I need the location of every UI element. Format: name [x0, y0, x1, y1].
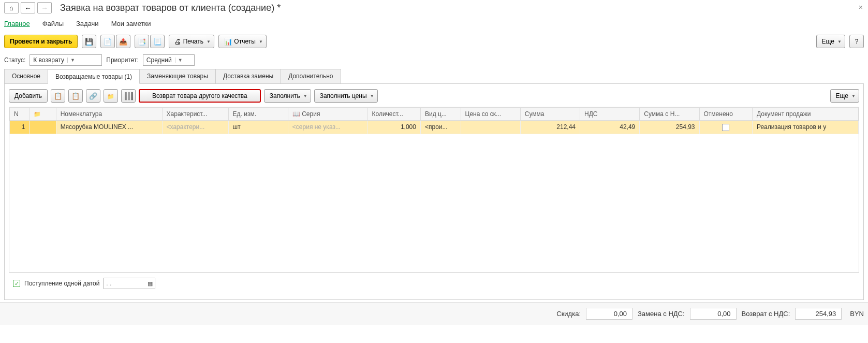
cell-n[interactable]: 1 — [10, 121, 30, 134]
paste-button[interactable] — [68, 89, 83, 103]
reports-button[interactable]: Отчеты — [218, 35, 267, 48]
fill-button[interactable]: Заполнить — [264, 89, 311, 103]
col-price-disc[interactable]: Цена со ск... — [461, 108, 520, 121]
single-date-input[interactable]: . . ▦ — [104, 278, 155, 289]
col-price-type[interactable]: Вид ц... — [420, 108, 461, 121]
document-icon — [153, 38, 161, 46]
table-row[interactable]: 1 Мясорубка MOULINEX ... <характери... ш… — [10, 121, 859, 134]
cell-unit[interactable]: шт — [228, 121, 288, 134]
cell-price-type[interactable]: <прои... — [420, 121, 461, 134]
col-folder[interactable] — [30, 108, 56, 121]
more-button[interactable]: Еще — [816, 35, 845, 48]
status-select[interactable]: К возврату ▼ — [30, 54, 102, 66]
col-cancelled[interactable]: Отменено — [699, 108, 752, 121]
close-icon[interactable]: × — [859, 3, 863, 11]
save-icon — [85, 38, 93, 46]
cell-qty[interactable]: 1,000 — [367, 121, 420, 134]
paste-icon — [71, 92, 80, 100]
return-vat-label: Возврат с НДС: — [742, 310, 790, 318]
back-button[interactable]: ← — [21, 2, 35, 13]
replace-vat-value: 0,00 — [690, 308, 737, 320]
tab-files[interactable]: Файлы — [42, 20, 64, 27]
status-label: Статус: — [4, 56, 25, 64]
items-table[interactable]: N Номенклатура Характерист... Ед. изм. 📖… — [9, 107, 859, 273]
document-icon — [104, 38, 112, 46]
copy-icon — [54, 92, 62, 100]
share-icon — [89, 92, 97, 100]
discount-label: Скидка: — [556, 310, 581, 318]
share-button[interactable] — [86, 89, 100, 103]
tab-tasks[interactable]: Задачи — [76, 20, 99, 27]
calendar-icon[interactable]: ▦ — [148, 280, 153, 287]
add-button[interactable]: Добавить — [9, 89, 48, 103]
page-tab-delivery[interactable]: Доставка замены — [215, 69, 281, 83]
cell-nomenclature[interactable]: Мясорубка MOULINEX ... — [56, 121, 162, 134]
tab-notes[interactable]: Мои заметки — [111, 20, 151, 27]
single-date-label: Поступление одной датой — [24, 280, 99, 287]
col-series[interactable]: 📖 Серия — [288, 108, 367, 121]
folder-button[interactable] — [104, 89, 118, 103]
cell-sale-doc[interactable]: Реализация товаров и у — [752, 121, 858, 134]
window-title: Заявка на возврат товаров от клиента (со… — [60, 3, 281, 13]
currency-label: BYN — [850, 310, 864, 318]
cell-sum[interactable]: 212,44 — [520, 121, 580, 134]
col-sum-vat[interactable]: Сумма с Н... — [640, 108, 699, 121]
cell-sum-vat[interactable]: 254,93 — [640, 121, 699, 134]
cancelled-checkbox[interactable] — [722, 124, 729, 131]
cell-folder[interactable] — [30, 121, 56, 134]
folder-icon — [34, 110, 41, 118]
save-button[interactable] — [82, 35, 96, 48]
barcode-button[interactable] — [121, 89, 136, 103]
priority-label: Приоритет: — [106, 56, 139, 64]
replace-vat-label: Замена с НДС: — [638, 310, 685, 318]
col-characteristic[interactable]: Характерист... — [162, 108, 228, 121]
discount-value: 0,00 — [586, 308, 632, 320]
cell-series[interactable]: <серия не указ... — [288, 121, 367, 134]
priority-select[interactable]: Средний ▼ — [143, 54, 195, 66]
cell-cancelled[interactable] — [699, 121, 752, 134]
cell-vat[interactable]: 42,49 — [580, 121, 640, 134]
single-date-checkbox[interactable]: ✓ — [13, 280, 20, 287]
page-tab-additional[interactable]: Дополнительно — [281, 69, 341, 83]
doc-action-2[interactable] — [116, 35, 130, 48]
page-tab-main[interactable]: Основное — [4, 69, 48, 83]
doc-action-4[interactable] — [150, 35, 165, 48]
barcode-icon — [124, 92, 133, 100]
post-and-close-button[interactable]: Провести и закрыть — [4, 35, 78, 48]
help-button[interactable]: ? — [849, 35, 864, 48]
col-sum[interactable]: Сумма — [520, 108, 580, 121]
col-sale-doc[interactable]: Документ продажи — [752, 108, 858, 121]
page-tab-returned[interactable]: Возвращаемые товары (1) — [48, 69, 140, 84]
folder-icon — [107, 92, 114, 100]
return-other-quality-button[interactable]: Возврат товара другого качества — [139, 89, 261, 103]
col-qty[interactable]: Количест... — [367, 108, 420, 121]
copy-button[interactable] — [51, 89, 65, 103]
print-icon — [174, 38, 181, 46]
report-icon — [224, 38, 232, 46]
tab-main[interactable]: Главное — [4, 20, 30, 27]
cell-characteristic[interactable]: <характери... — [162, 121, 228, 134]
col-vat[interactable]: НДС — [580, 108, 640, 121]
page-tab-replacing[interactable]: Заменяющие товары — [139, 69, 216, 83]
doc-action-1[interactable] — [100, 35, 115, 48]
chevron-down-icon: ▼ — [67, 58, 76, 63]
col-nomenclature[interactable]: Номенклатура — [56, 108, 162, 121]
forward-button[interactable]: → — [37, 2, 52, 13]
inner-more-button[interactable]: Еще — [830, 89, 859, 103]
export-icon — [119, 38, 127, 46]
home-button[interactable]: ⌂ — [4, 2, 19, 13]
print-button[interactable]: Печать — [169, 35, 214, 48]
document-icon — [138, 38, 146, 46]
chevron-down-icon: ▼ — [175, 58, 183, 63]
fill-prices-button[interactable]: Заполнить цены — [314, 89, 378, 103]
col-unit[interactable]: Ед. изм. — [228, 108, 288, 121]
return-vat-value: 254,93 — [795, 308, 842, 320]
doc-action-3[interactable] — [135, 35, 149, 48]
col-n[interactable]: N — [10, 108, 30, 121]
cell-price-disc[interactable] — [461, 121, 520, 134]
